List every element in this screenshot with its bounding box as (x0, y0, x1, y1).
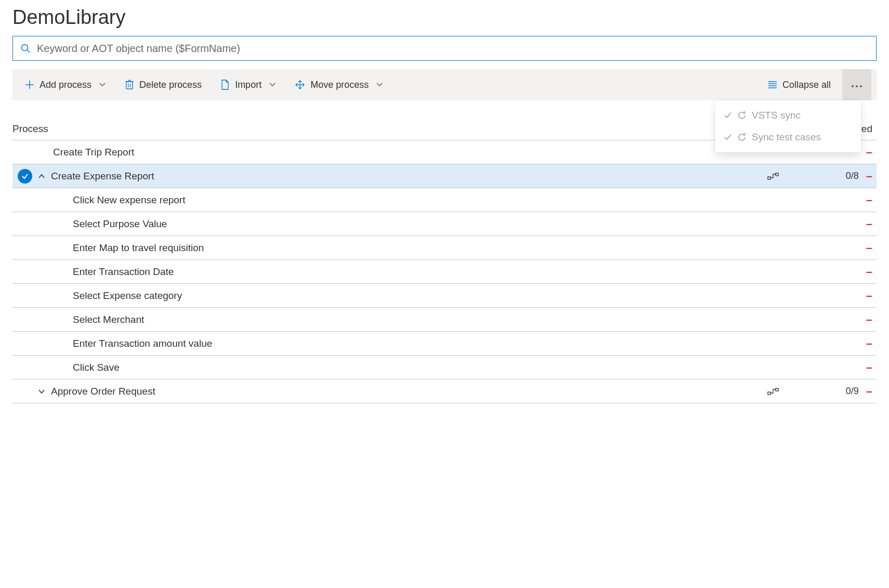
more-button[interactable] (842, 69, 871, 100)
table-row[interactable]: Enter Transaction amount value – (12, 332, 877, 356)
search-box[interactable] (12, 36, 877, 61)
add-process-label: Add process (40, 80, 91, 90)
search-input[interactable] (36, 42, 869, 55)
check-icon (724, 133, 732, 141)
import-label: Import (235, 80, 262, 90)
process-table: Process ved Create Trip Report – Create … (12, 121, 877, 403)
table-row[interactable]: Create Expense Report 0/8 – (12, 164, 877, 188)
selected-check-icon (18, 169, 32, 184)
sync-test-cases-label: Sync test cases (752, 132, 821, 143)
chevron-down-icon (269, 81, 276, 88)
more-dropdown: VSTS sync Sync test cases (715, 100, 861, 152)
vsts-sync-item[interactable]: VSTS sync (715, 104, 861, 126)
count-label: 0/8 (846, 171, 859, 181)
toolbar: Add process Delete process Import Move p… (12, 69, 877, 100)
count-label: 0/9 (846, 386, 859, 397)
collapse-all-label: Collapse all (782, 80, 831, 90)
move-process-label: Move process (310, 80, 369, 90)
ellipsis-icon (851, 80, 862, 90)
svg-rect-20 (768, 392, 770, 395)
status-indicator: – (866, 265, 872, 279)
chevron-down-icon (99, 81, 106, 88)
row-label: Create Expense Report (51, 171, 154, 182)
status-indicator: – (866, 146, 872, 159)
svg-rect-18 (768, 177, 770, 179)
row-label: Approve Order Request (51, 386, 155, 397)
table-row[interactable]: Enter Transaction Date – (12, 260, 877, 284)
row-label: Enter Map to travel requisition (73, 242, 204, 254)
move-icon (295, 80, 305, 90)
table-row[interactable]: Select Expense category – (12, 284, 877, 308)
svg-point-15 (852, 85, 854, 87)
table-row[interactable]: Click Save – (12, 356, 877, 380)
status-indicator: – (866, 337, 872, 350)
import-button[interactable]: Import (213, 69, 283, 100)
table-row[interactable]: Select Purpose Value – (12, 212, 877, 236)
check-icon (724, 111, 732, 120)
svg-point-0 (22, 45, 28, 51)
status-indicator: – (866, 217, 872, 231)
svg-point-17 (860, 85, 862, 87)
row-label: Select Merchant (73, 314, 144, 325)
svg-rect-19 (776, 173, 778, 176)
collapse-all-button[interactable]: Collapse all (761, 69, 838, 100)
status-indicator: – (866, 193, 872, 207)
chevron-up-icon[interactable] (37, 172, 46, 180)
table-row[interactable]: Click New expense report – (12, 188, 877, 212)
status-indicator: – (866, 241, 872, 255)
delete-process-button[interactable]: Delete process (117, 69, 209, 100)
table-row[interactable]: Enter Map to travel requisition – (12, 236, 877, 260)
add-process-button[interactable]: Add process (18, 69, 113, 100)
chevron-down-icon (376, 81, 383, 88)
status-indicator: – (866, 169, 872, 183)
table-row[interactable]: Approve Order Request 0/9 – (12, 380, 877, 403)
plus-icon (25, 80, 34, 89)
column-process[interactable]: Process (12, 123, 767, 135)
refresh-icon (737, 133, 747, 142)
page-title: DemoLibrary (12, 6, 877, 29)
row-label: Create Trip Report (53, 147, 134, 158)
svg-rect-4 (126, 82, 133, 89)
svg-rect-21 (776, 388, 778, 391)
trash-icon (125, 80, 134, 90)
svg-line-1 (27, 50, 30, 53)
svg-point-16 (856, 85, 858, 87)
status-indicator: – (866, 361, 872, 374)
chevron-down-icon[interactable] (37, 387, 46, 396)
sync-test-cases-item[interactable]: Sync test cases (715, 126, 861, 148)
row-label: Enter Transaction amount value (73, 338, 212, 349)
file-import-icon (220, 80, 230, 90)
flow-icon[interactable] (767, 172, 819, 180)
search-icon (20, 43, 31, 54)
flow-icon[interactable] (767, 387, 819, 396)
move-process-button[interactable]: Move process (287, 69, 390, 100)
refresh-icon (737, 111, 747, 120)
row-label: Enter Transaction Date (73, 266, 174, 278)
row-label: Click New expense report (73, 194, 185, 206)
list-icon (768, 80, 777, 89)
row-label: Select Purpose Value (73, 218, 167, 230)
delete-process-label: Delete process (139, 80, 202, 90)
row-label: Select Expense category (73, 290, 182, 302)
table-row[interactable]: Select Merchant – (12, 308, 877, 332)
row-label: Click Save (73, 362, 120, 373)
status-indicator: – (866, 313, 872, 326)
status-indicator: – (866, 385, 872, 398)
vsts-sync-label: VSTS sync (752, 110, 801, 121)
status-indicator: – (866, 289, 872, 303)
